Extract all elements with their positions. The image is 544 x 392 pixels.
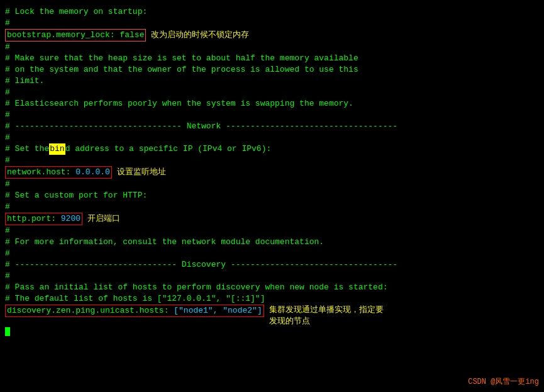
line-comment-20: #	[5, 225, 539, 237]
line-comment-2: #	[5, 18, 539, 29]
text: #	[5, 225, 10, 237]
line-network-divider: # ---------------------------------- Net…	[5, 121, 539, 132]
line-comment-6: # on the system and that the owner of th…	[5, 64, 539, 76]
cursor	[5, 327, 10, 336]
line-comment-24: #	[5, 271, 539, 282]
network-host-key: network.host: 0.0.0.0	[5, 166, 112, 179]
line-comment-9: # Elasticsearch performs poorly when the…	[5, 98, 539, 109]
text: # --------------------------------- Disc…	[5, 259, 397, 271]
text: #	[5, 155, 10, 166]
text: # For more information, consult the netw…	[5, 237, 324, 248]
http-port-annotation: 开启端口	[87, 213, 120, 225]
text: #	[5, 179, 10, 190]
text: #	[5, 271, 10, 282]
bootstrap-lock-key: bootstrap.memory_lock: false	[5, 29, 146, 42]
discovery-annotation-1: 集群发现通过单播实现，指定要	[269, 305, 384, 316]
line-discovery-zen: discovery.zen.ping.unicast.hosts: ["node…	[5, 305, 539, 327]
line-comment-16: #	[5, 179, 539, 190]
line-http-port: http.port: 9200 开启端口	[5, 213, 539, 225]
line-comment-26: # The default list of hosts is ["127.0.0…	[5, 293, 539, 305]
line-discovery-divider: # --------------------------------- Disc…	[5, 259, 539, 271]
text: # Pass an initial list of hosts to perfo…	[5, 282, 388, 293]
bind-pre: # Set the	[5, 143, 49, 155]
network-host-annotation: 设置监听地址	[117, 167, 166, 178]
text: #	[5, 18, 10, 29]
line-comment-17: # Set a custom port for HTTP:	[5, 190, 539, 201]
text: # Lock the memory on startup:	[5, 6, 147, 18]
line-comment-18: #	[5, 201, 539, 213]
line-comment-7: # limit.	[5, 76, 539, 87]
line-comment-14: #	[5, 155, 539, 166]
line-comment-8: #	[5, 87, 539, 98]
text: #	[5, 42, 10, 53]
line-network-host: network.host: 0.0.0.0 设置监听地址	[5, 166, 539, 179]
http-port-key: http.port: 9200	[5, 213, 82, 225]
text: #	[5, 109, 10, 121]
line-bind-comment: # Set the bind address to a specific IP …	[5, 143, 539, 155]
line-comment-10: #	[5, 109, 539, 121]
terminal: # Lock the memory on startup: # bootstra…	[0, 0, 544, 392]
bin-highlight: bin	[49, 143, 65, 155]
discovery-annotation-2: 发现的节点	[269, 316, 384, 327]
bind-post: d address to a specific IP (IPv4 or IPv6…	[65, 143, 272, 155]
bootstrap-annotation: 改为启动的时候不锁定内存	[151, 30, 249, 41]
text: # on the system and that the owner of th…	[5, 64, 358, 76]
line-comment-5: # Make sure that the heap size is set to…	[5, 53, 539, 64]
text: #	[5, 87, 10, 98]
watermark: CSDN @风雪一更ing	[468, 376, 539, 387]
text: #	[5, 132, 10, 143]
line-cursor	[5, 327, 539, 339]
text: #	[5, 201, 10, 213]
discovery-zen-key: discovery.zen.ping.unicast.hosts: ["node…	[5, 305, 264, 317]
text: # limit.	[5, 76, 44, 87]
line-bootstrap-lock: bootstrap.memory_lock: false 改为启动的时候不锁定内…	[5, 29, 539, 42]
line-comment-12: #	[5, 132, 539, 143]
line-comment-25: # Pass an initial list of hosts to perfo…	[5, 282, 539, 293]
line-comment-22: #	[5, 248, 539, 259]
text: # Make sure that the heap size is set to…	[5, 53, 358, 64]
line-comment-21: # For more information, consult the netw…	[5, 237, 539, 248]
text: # ---------------------------------- Net…	[5, 121, 397, 132]
text: #	[5, 248, 10, 259]
text: # Set a custom port for HTTP:	[5, 190, 147, 201]
line-comment-1: # Lock the memory on startup:	[5, 6, 539, 18]
text: # The default list of hosts is ["127.0.0…	[5, 293, 265, 305]
line-comment-4: #	[5, 42, 539, 53]
text: # Elasticsearch performs poorly when the…	[5, 98, 353, 109]
